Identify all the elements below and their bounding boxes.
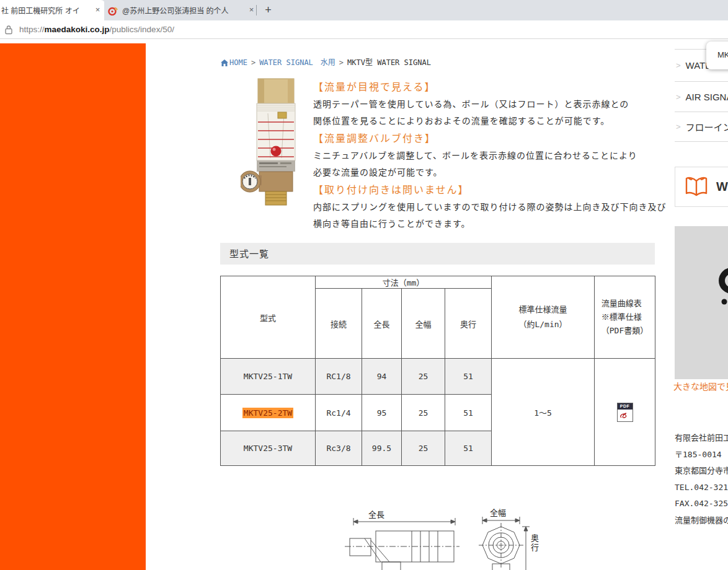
address-line: 東京都国分寺市 bbox=[675, 463, 728, 480]
cell-length: 94 bbox=[362, 359, 402, 395]
feature-list: 【流量が目視で見える】 透明テーパー管を使用している為、ボール（又はフロート）と… bbox=[313, 78, 660, 232]
breadcrumb-separator: > bbox=[339, 58, 344, 67]
sidebar-divider bbox=[675, 141, 728, 142]
tab-weibo[interactable]: @苏州上野公司张涛担当 的个人 × bbox=[104, 0, 260, 20]
table-row: MKTV25-1TW RC1/8 94 25 51 1～5 PDF bbox=[221, 359, 655, 395]
feature-heading: 【取り付け向きは問いません】 bbox=[313, 181, 660, 199]
tab-title: 社 前田工機研究所 オイ bbox=[1, 5, 92, 15]
feature-text: 横向き等自由に行うことができます。 bbox=[313, 216, 660, 232]
section-title: 型式一覧 bbox=[229, 243, 269, 265]
sidebar-item-label: フローイン bbox=[686, 120, 728, 133]
pdf-icon-label: PDF bbox=[618, 403, 633, 410]
cell-depth: 51 bbox=[445, 395, 492, 431]
cell-model: MKTV25-1TW bbox=[221, 359, 316, 395]
open-book-icon bbox=[684, 176, 709, 198]
cell-flow-range: 1～5 bbox=[492, 359, 595, 466]
left-orange-band bbox=[0, 43, 146, 570]
spec-table-wrap: 型式 寸法（mm） 標準仕様流量 （約L/min） 流量曲線表 ※標準仕様 （P… bbox=[220, 276, 655, 466]
cell-model: MKTV25-2TW bbox=[221, 395, 316, 431]
breadcrumb: HOME>WATER SIGNAL 水用>MKTV型 WATER SIGNAL bbox=[221, 56, 431, 67]
feature-text: ミニチュアバルブを調整して、ボールを表示赤線の位置に合わせることにより bbox=[313, 147, 660, 164]
cell-depth: 51 bbox=[445, 431, 492, 466]
address-line: 有限会社前田工 bbox=[675, 430, 728, 447]
feature-heading: 【流量調整バルブ付き】 bbox=[313, 129, 660, 147]
cell-conn: Rc3/8 bbox=[316, 431, 362, 466]
sub-header-connection: 接続 bbox=[316, 289, 362, 359]
home-icon bbox=[221, 59, 228, 66]
breadcrumb-category-link[interactable]: WATER SIGNAL 水用 bbox=[259, 58, 335, 67]
tab-title: @苏州上野公司张涛担当 的个人 bbox=[122, 5, 246, 15]
section-header: 型式一覧 bbox=[220, 243, 655, 265]
new-tab-button[interactable]: + bbox=[261, 3, 275, 17]
breadcrumb-current: MKTV型 WATER SIGNAL bbox=[347, 58, 431, 67]
map-embed[interactable] bbox=[675, 226, 728, 379]
feature-heading: 【流量が目視で見える】 bbox=[313, 78, 660, 96]
cell-width: 25 bbox=[402, 395, 445, 431]
url-scheme: https:// bbox=[19, 25, 45, 34]
cell-conn: Rc1/4 bbox=[316, 395, 362, 431]
sub-header-length: 全長 bbox=[362, 289, 402, 359]
lock-icon[interactable] bbox=[4, 25, 13, 35]
sidebar-item-label: AIR SIGNA bbox=[686, 92, 728, 102]
col-header-pdf-line3: （PDF書類） bbox=[601, 324, 648, 338]
col-header-flow: 標準仕様流量 （約L/min） bbox=[492, 276, 595, 359]
pdf-file-icon[interactable]: PDF bbox=[617, 403, 633, 422]
cell-pdf: PDF bbox=[595, 359, 655, 466]
address-line: 〒185-0014 bbox=[675, 447, 728, 463]
map-logo-fragment bbox=[675, 226, 728, 379]
sidebar-item-flow-indicator[interactable]: > フローイン bbox=[673, 112, 728, 141]
cell-width: 25 bbox=[402, 359, 445, 395]
tab-divider bbox=[256, 5, 257, 15]
col-header-pdf: 流量曲線表 ※標準仕様 （PDF書類） bbox=[595, 276, 655, 359]
company-address: 有限会社前田工 〒185-0014 東京都国分寺市 TEL.042-321-4 … bbox=[675, 430, 728, 528]
drawing-label-length: 全長 bbox=[368, 508, 384, 520]
link-tooltip: MK bbox=[706, 42, 728, 69]
spec-table: 型式 寸法（mm） 標準仕様流量 （約L/min） 流量曲線表 ※標準仕様 （P… bbox=[220, 276, 655, 466]
breadcrumb-separator: > bbox=[251, 58, 255, 67]
chevron-right-icon: > bbox=[676, 92, 681, 102]
feature-text: 透明テーパー管を使用している為、ボール（又はフロート）と表示赤線との bbox=[313, 96, 660, 113]
feature-text: 必要な流量の設定が可能です。 bbox=[313, 164, 660, 181]
close-icon[interactable]: × bbox=[92, 5, 103, 15]
drawing-label-width: 全幅 bbox=[490, 506, 506, 518]
col-header-pdf-line2: ※標準仕様 bbox=[601, 310, 648, 324]
col-header-flow-line2: （約L/min） bbox=[492, 317, 594, 332]
drawing-label-depth: 奥行 bbox=[528, 534, 540, 553]
catalog-label: W bbox=[716, 180, 728, 194]
tab-maedakoki[interactable]: 社 前田工機研究所 オイ × bbox=[0, 0, 105, 20]
url-field[interactable]: https://maedakoki.co.jp/publics/index/50… bbox=[19, 20, 174, 38]
breadcrumb-home-link[interactable]: HOME bbox=[229, 58, 247, 67]
address-bar[interactable]: https://maedakoki.co.jp/publics/index/50… bbox=[0, 20, 728, 39]
feature-text: 内部にスプリングを使用していますので取り付ける際の姿勢は上向き及び下向き及び bbox=[313, 199, 660, 216]
cell-model: MKTV25-3TW bbox=[221, 431, 316, 466]
larger-map-link[interactable]: 大きな地図で見 bbox=[673, 380, 728, 392]
sub-header-depth: 奥行 bbox=[445, 289, 492, 359]
address-line: FAX.042-325-4 bbox=[675, 496, 728, 512]
dimension-drawing: 全長 全幅 奥行 bbox=[345, 503, 556, 570]
cell-conn: RC1/8 bbox=[316, 359, 362, 395]
feature-text: 関係位置を見ることによりおおよその流量を確認することが可能です。 bbox=[313, 113, 660, 129]
cell-width: 25 bbox=[402, 431, 445, 466]
pdf-curl-icon bbox=[618, 410, 632, 419]
col-header-pdf-line1: 流量曲線表 bbox=[601, 297, 648, 310]
address-line: TEL.042-321-4 bbox=[675, 480, 728, 496]
url-path: /publics/index/50/ bbox=[110, 25, 174, 34]
col-header-model: 型式 bbox=[221, 276, 316, 359]
address-line: 流量制御機器の bbox=[675, 512, 728, 529]
product-photo bbox=[241, 76, 310, 207]
browser-window: 社 前田工機研究所 オイ × @苏州上野公司张涛担当 的个人 × + https… bbox=[0, 0, 728, 570]
sub-header-width: 全幅 bbox=[402, 289, 445, 359]
col-header-dimensions: 寸法（mm） bbox=[316, 276, 492, 289]
tab-bar: 社 前田工機研究所 オイ × @苏州上野公司张涛担当 的个人 × + bbox=[0, 0, 728, 20]
close-icon[interactable]: × bbox=[246, 5, 257, 15]
col-header-flow-line1: 標準仕様流量 bbox=[492, 302, 594, 317]
url-domain: maedakoki.co.jp bbox=[45, 25, 110, 34]
find-highlight: MKTV25-2TW bbox=[242, 408, 293, 418]
sidebar-item-air-signal[interactable]: > AIR SIGNA bbox=[673, 82, 728, 112]
cell-length: 99.5 bbox=[362, 431, 402, 466]
web-catalog-link[interactable]: W bbox=[675, 167, 728, 207]
chevron-right-icon: > bbox=[676, 122, 681, 131]
tooltip-text: MK bbox=[717, 50, 728, 59]
cell-length: 95 bbox=[362, 395, 402, 431]
cell-depth: 51 bbox=[445, 359, 492, 395]
